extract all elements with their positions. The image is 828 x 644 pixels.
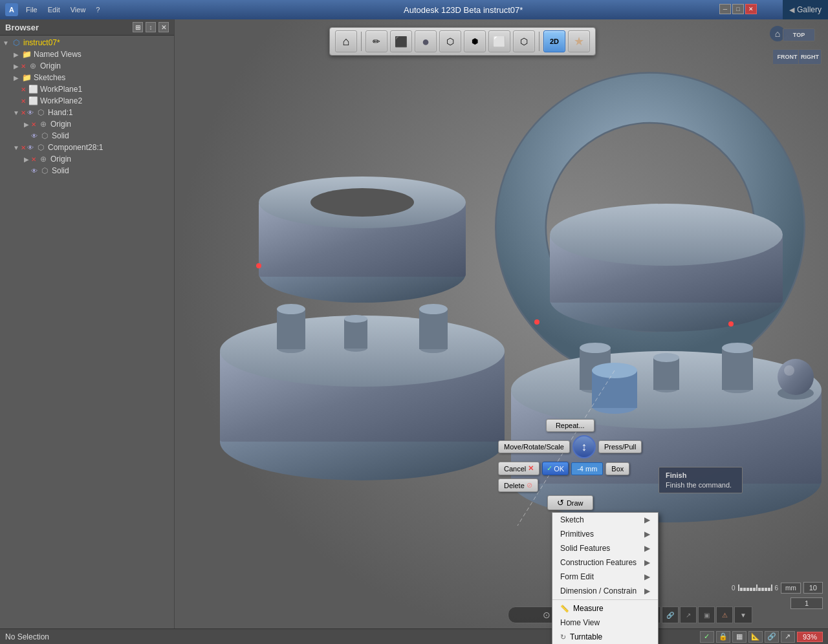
- tree-comp28-solid[interactable]: 👁 ⬡ Solid: [1, 165, 173, 177]
- ctx-turntable[interactable]: ↻ Turntable: [552, 630, 658, 644]
- sketch-tool-btn[interactable]: ✏: [365, 30, 387, 52]
- browser-close-btn[interactable]: ✕: [158, 22, 169, 32]
- ctx-measure[interactable]: 📏 Measure: [552, 601, 658, 616]
- ctx-form-edit[interactable]: Form Edit ▶: [552, 570, 658, 584]
- tree-hand-origin[interactable]: ▶ ✕ ⊕ Origin: [1, 118, 173, 130]
- cancel-button[interactable]: Cancel ✕: [498, 462, 539, 475]
- zoom-pct-btn[interactable]: 93%: [797, 632, 823, 642]
- ctx-separator-1: [552, 599, 658, 600]
- value-input[interactable]: -4 mm: [571, 462, 603, 475]
- ctx-home-view[interactable]: Home View: [552, 616, 658, 630]
- scale-unit-btn[interactable]: mm: [781, 583, 801, 594]
- delete-label: Delete: [504, 482, 525, 489]
- gallery-btn[interactable]: ◀ Gallery: [783, 0, 828, 19]
- viewcube-right[interactable]: RIGHT: [798, 49, 822, 65]
- ctx-sketch-arrow: ▶: [644, 515, 650, 524]
- zoom-value-box[interactable]: 1: [790, 597, 823, 609]
- press-pull-button[interactable]: Press/Pull: [598, 440, 642, 453]
- status-right-controls: ✓ 🔒 ▦ 📐 🔗 ↗ 93%: [700, 631, 823, 643]
- tree-comp28-origin[interactable]: ▶ ✕ ⊕ Origin: [1, 153, 173, 165]
- svg-rect-34: [653, 358, 679, 390]
- tree-origin1[interactable]: ▶ ✕ ⊕ Origin: [1, 60, 173, 72]
- star-tool-btn[interactable]: ★: [568, 30, 590, 52]
- toolbar-separator-2: [539, 32, 539, 51]
- box-button[interactable]: Box: [605, 462, 629, 475]
- ctx-primitives[interactable]: Primitives ▶: [552, 527, 658, 541]
- menu-edit[interactable]: Edit: [44, 5, 64, 15]
- ctx-primitives-arrow: ▶: [644, 530, 650, 539]
- tree-sketches[interactable]: ▶ 📁 Sketches: [1, 72, 173, 83]
- nav-btn-extra4[interactable]: ↗: [680, 606, 697, 623]
- tree-comp28[interactable]: ▼ ✕ 👁 ⬡ Component28:1: [1, 142, 173, 153]
- close-button[interactable]: ✕: [745, 4, 757, 14]
- status-grid-btn[interactable]: ▦: [732, 631, 746, 643]
- cylinder-tool-btn[interactable]: ⬡: [439, 30, 461, 52]
- comp28-origin-label: Origin: [50, 155, 71, 164]
- ctx-solid-features[interactable]: Solid Features ▶: [552, 541, 658, 555]
- draw-icon: ↺: [557, 498, 564, 508]
- tree-root[interactable]: ▼ ⬡ instruct07*: [1, 37, 173, 48]
- menu-file[interactable]: File: [22, 5, 41, 15]
- status-check-btn[interactable]: ✓: [700, 631, 714, 643]
- finish-desc: Finish the command.: [666, 481, 735, 489]
- tree-hand1[interactable]: ▼ ✕ 👁 ⬡ Hand:1: [1, 107, 173, 118]
- draw-label: Draw: [567, 499, 583, 507]
- sphere-tool-btn[interactable]: ●: [415, 30, 437, 52]
- comp28-solid-label: Solid: [52, 166, 69, 175]
- svg-point-29: [580, 343, 611, 353]
- svg-point-23: [550, 204, 783, 266]
- nav-settings-btn[interactable]: ▼: [734, 606, 752, 623]
- browser-tile-btn[interactable]: ⊞: [133, 22, 143, 32]
- delete-button[interactable]: Delete ⊘: [498, 478, 538, 492]
- viewcube-top[interactable]: TOP: [783, 28, 815, 41]
- ctx-construction-features-label: Construction Features: [560, 558, 637, 567]
- 2d-tool-btn[interactable]: 2D: [543, 30, 565, 52]
- ctx-sketch[interactable]: Sketch ▶: [552, 513, 658, 527]
- titlebar: A File Edit View ? Autodesk 123D Beta in…: [0, 0, 828, 19]
- box-tool-btn[interactable]: ⬛: [390, 30, 412, 52]
- svg-rect-31: [722, 348, 753, 390]
- status-arrow-btn[interactable]: ↗: [781, 631, 795, 643]
- extrude-tool-btn[interactable]: ⬢: [464, 30, 486, 52]
- viewport[interactable]: ⌂ ✏ ⬛ ● ⬡ ⬢ ⬜ ⬡ 2D ★ ⌂ TOP FRONT RIGHT: [175, 19, 828, 644]
- nav-btn-extra3[interactable]: 🔗: [662, 606, 679, 623]
- maximize-button[interactable]: □: [732, 4, 744, 14]
- draw-button[interactable]: ↺ Draw: [547, 495, 593, 510]
- ctx-dimension-constrain[interactable]: Dimension / Constrain ▶: [552, 584, 658, 598]
- tree-named-views[interactable]: ▶ 📁 Named Views: [1, 48, 173, 60]
- ctx-construction-features[interactable]: Construction Features ▶: [552, 555, 658, 570]
- home-view-button[interactable]: ⌂: [335, 30, 357, 52]
- ok-check-icon: ✓: [547, 464, 552, 473]
- tree-hand-solid[interactable]: 👁 ⬡ Solid: [1, 130, 173, 142]
- nav-btn-extra5[interactable]: ▣: [698, 606, 715, 623]
- status-link-btn[interactable]: 🔗: [765, 631, 779, 643]
- statusbar: No Selection ✓ 🔒 ▦ 📐 🔗 ↗ 93%: [0, 628, 828, 644]
- browser-title: Browser: [5, 23, 39, 32]
- origin1-label: Origin: [40, 61, 61, 70]
- tree-workplane2[interactable]: ✕ ⬜ WorkPlane2: [1, 95, 173, 107]
- window-title: Autodesk 123D Beta instruct07*: [104, 5, 823, 15]
- ctx-form-arrow: ▶: [644, 572, 650, 581]
- svg-point-32: [722, 343, 753, 353]
- menu-view[interactable]: View: [67, 5, 90, 15]
- sketches-label: Sketches: [34, 73, 65, 82]
- browser-expand-btn[interactable]: ↕: [146, 22, 156, 32]
- browser-panel: Browser ⊞ ↕ ✕ ▼ ⬡ instruct07* ▶ 📁: [0, 19, 175, 644]
- move-rotate-button[interactable]: Move/Rotate/Scale: [498, 440, 570, 453]
- scale-value: 10: [803, 582, 823, 594]
- tree-workplane1[interactable]: ✕ ⬜ WorkPlane1: [1, 83, 173, 95]
- ok-button[interactable]: ✓ OK: [542, 462, 569, 475]
- status-lock-btn[interactable]: 🔒: [716, 631, 730, 643]
- toolbar: ⌂ ✏ ⬛ ● ⬡ ⬢ ⬜ ⬡ 2D ★: [329, 27, 596, 56]
- float-context-toolbar: Repeat... Move/Rotate/Scale ↕ Press/Pull…: [498, 419, 642, 510]
- status-measure-btn[interactable]: 📐: [748, 631, 763, 643]
- repeat-button[interactable]: Repeat...: [546, 419, 594, 432]
- minimize-button[interactable]: ─: [719, 4, 731, 14]
- menu-help[interactable]: ?: [92, 5, 104, 15]
- press-pull-icon[interactable]: ↕: [572, 435, 596, 458]
- viewcube[interactable]: ⌂ TOP FRONT RIGHT: [770, 26, 822, 78]
- mirror-tool-btn[interactable]: ⬡: [513, 30, 535, 52]
- hand1-label: Hand:1: [48, 108, 73, 117]
- split-tool-btn[interactable]: ⬜: [488, 30, 510, 52]
- nav-btn-extra6[interactable]: ⚠: [716, 606, 733, 623]
